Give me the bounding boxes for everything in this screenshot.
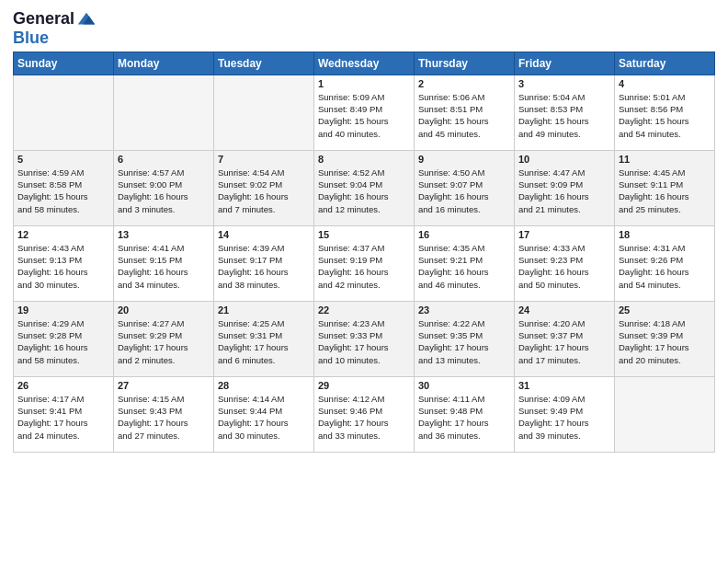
day-number: 23 <box>418 304 510 316</box>
calendar-cell: 16Sunrise: 4:35 AM Sunset: 9:21 PM Dayli… <box>415 225 515 301</box>
logo-text-line1: General <box>13 10 74 29</box>
day-info: Sunrise: 4:52 AM Sunset: 9:04 PM Dayligh… <box>318 167 410 215</box>
calendar-cell: 3Sunrise: 5:04 AM Sunset: 8:53 PM Daylig… <box>515 75 615 150</box>
header: General Blue <box>13 9 715 48</box>
calendar-cell: 21Sunrise: 4:25 AM Sunset: 9:31 PM Dayli… <box>214 301 314 376</box>
calendar-cell: 13Sunrise: 4:41 AM Sunset: 9:15 PM Dayli… <box>114 225 214 301</box>
header-row: SundayMondayTuesdayWednesdayThursdayFrid… <box>14 52 715 75</box>
day-info: Sunrise: 4:43 AM Sunset: 9:13 PM Dayligh… <box>17 242 109 291</box>
day-info: Sunrise: 4:14 AM Sunset: 9:44 PM Dayligh… <box>218 393 310 442</box>
day-number: 26 <box>17 380 109 391</box>
week-row-4: 19Sunrise: 4:29 AM Sunset: 9:28 PM Dayli… <box>14 301 715 376</box>
header-day-monday: Monday <box>114 52 214 75</box>
calendar-cell: 4Sunrise: 5:01 AM Sunset: 8:56 PM Daylig… <box>615 75 715 150</box>
day-number: 2 <box>418 78 510 89</box>
day-number: 3 <box>518 78 610 89</box>
calendar-cell: 9Sunrise: 4:50 AM Sunset: 9:07 PM Daylig… <box>415 150 515 225</box>
header-day-thursday: Thursday <box>415 52 515 75</box>
calendar-cell: 15Sunrise: 4:37 AM Sunset: 9:19 PM Dayli… <box>314 225 415 301</box>
calendar-table: SundayMondayTuesdayWednesdayThursdayFrid… <box>13 52 715 453</box>
day-info: Sunrise: 4:45 AM Sunset: 9:11 PM Dayligh… <box>619 167 711 215</box>
day-number: 10 <box>518 154 610 165</box>
day-info: Sunrise: 4:47 AM Sunset: 9:09 PM Dayligh… <box>518 167 610 215</box>
day-info: Sunrise: 4:23 AM Sunset: 9:33 PM Dayligh… <box>318 317 410 366</box>
day-info: Sunrise: 4:12 AM Sunset: 9:46 PM Dayligh… <box>318 393 410 442</box>
calendar-cell: 2Sunrise: 5:06 AM Sunset: 8:51 PM Daylig… <box>415 75 515 150</box>
calendar-cell: 24Sunrise: 4:20 AM Sunset: 9:37 PM Dayli… <box>515 301 615 376</box>
day-number: 27 <box>118 380 210 391</box>
day-number: 7 <box>218 154 310 165</box>
day-info: Sunrise: 4:11 AM Sunset: 9:48 PM Dayligh… <box>418 393 510 442</box>
calendar-cell: 11Sunrise: 4:45 AM Sunset: 9:11 PM Dayli… <box>615 150 715 225</box>
day-number: 24 <box>518 304 610 316</box>
header-day-tuesday: Tuesday <box>214 52 314 75</box>
header-day-friday: Friday <box>515 52 615 75</box>
week-row-2: 5Sunrise: 4:59 AM Sunset: 8:58 PM Daylig… <box>14 150 715 225</box>
calendar-cell: 19Sunrise: 4:29 AM Sunset: 9:28 PM Dayli… <box>14 301 114 376</box>
calendar-cell <box>615 376 715 452</box>
calendar-cell: 1Sunrise: 5:09 AM Sunset: 8:49 PM Daylig… <box>314 75 415 150</box>
calendar-cell: 10Sunrise: 4:47 AM Sunset: 9:09 PM Dayli… <box>515 150 615 225</box>
calendar-cell: 22Sunrise: 4:23 AM Sunset: 9:33 PM Dayli… <box>314 301 415 376</box>
day-info: Sunrise: 4:09 AM Sunset: 9:49 PM Dayligh… <box>518 393 610 442</box>
calendar-cell: 18Sunrise: 4:31 AM Sunset: 9:26 PM Dayli… <box>615 225 715 301</box>
day-number: 22 <box>318 304 410 316</box>
day-info: Sunrise: 5:06 AM Sunset: 8:51 PM Dayligh… <box>418 91 510 140</box>
calendar-cell: 5Sunrise: 4:59 AM Sunset: 8:58 PM Daylig… <box>14 150 114 225</box>
day-number: 30 <box>418 380 510 391</box>
logo: General Blue <box>13 9 97 48</box>
calendar-cell: 27Sunrise: 4:15 AM Sunset: 9:43 PM Dayli… <box>114 376 214 452</box>
day-number: 20 <box>118 304 210 316</box>
day-number: 6 <box>118 154 210 165</box>
day-number: 1 <box>318 78 410 89</box>
day-info: Sunrise: 4:25 AM Sunset: 9:31 PM Dayligh… <box>218 317 310 366</box>
day-number: 16 <box>418 229 510 240</box>
day-number: 25 <box>619 304 711 316</box>
day-info: Sunrise: 4:35 AM Sunset: 9:21 PM Dayligh… <box>418 242 510 291</box>
logo-icon <box>76 9 97 29</box>
calendar-cell: 29Sunrise: 4:12 AM Sunset: 9:46 PM Dayli… <box>314 376 415 452</box>
day-number: 5 <box>17 154 109 165</box>
calendar-cell: 7Sunrise: 4:54 AM Sunset: 9:02 PM Daylig… <box>214 150 314 225</box>
week-row-5: 26Sunrise: 4:17 AM Sunset: 9:41 PM Dayli… <box>14 376 715 452</box>
week-row-1: 1Sunrise: 5:09 AM Sunset: 8:49 PM Daylig… <box>14 75 715 150</box>
day-number: 14 <box>218 229 310 240</box>
day-info: Sunrise: 4:50 AM Sunset: 9:07 PM Dayligh… <box>418 167 510 215</box>
day-info: Sunrise: 5:01 AM Sunset: 8:56 PM Dayligh… <box>619 91 711 140</box>
day-number: 29 <box>318 380 410 391</box>
day-info: Sunrise: 4:27 AM Sunset: 9:29 PM Dayligh… <box>118 317 210 366</box>
day-number: 18 <box>619 229 711 240</box>
day-info: Sunrise: 4:22 AM Sunset: 9:35 PM Dayligh… <box>418 317 510 366</box>
day-number: 9 <box>418 154 510 165</box>
calendar-cell <box>14 75 114 150</box>
day-number: 17 <box>518 229 610 240</box>
day-info: Sunrise: 4:37 AM Sunset: 9:19 PM Dayligh… <box>318 242 410 291</box>
day-info: Sunrise: 4:41 AM Sunset: 9:15 PM Dayligh… <box>118 242 210 291</box>
day-number: 21 <box>218 304 310 316</box>
day-number: 31 <box>518 380 610 391</box>
day-number: 8 <box>318 154 410 165</box>
calendar-cell: 30Sunrise: 4:11 AM Sunset: 9:48 PM Dayli… <box>415 376 515 452</box>
day-info: Sunrise: 4:17 AM Sunset: 9:41 PM Dayligh… <box>17 393 109 442</box>
page-container: General Blue SundayMondayTuesdayWednesda… <box>0 0 728 458</box>
calendar-cell: 8Sunrise: 4:52 AM Sunset: 9:04 PM Daylig… <box>314 150 415 225</box>
header-day-wednesday: Wednesday <box>314 52 415 75</box>
day-info: Sunrise: 4:15 AM Sunset: 9:43 PM Dayligh… <box>118 393 210 442</box>
day-info: Sunrise: 4:39 AM Sunset: 9:17 PM Dayligh… <box>218 242 310 291</box>
day-info: Sunrise: 5:04 AM Sunset: 8:53 PM Dayligh… <box>518 91 610 140</box>
day-info: Sunrise: 4:31 AM Sunset: 9:26 PM Dayligh… <box>619 242 711 291</box>
calendar-cell: 25Sunrise: 4:18 AM Sunset: 9:39 PM Dayli… <box>615 301 715 376</box>
calendar-cell: 17Sunrise: 4:33 AM Sunset: 9:23 PM Dayli… <box>515 225 615 301</box>
calendar-cell: 23Sunrise: 4:22 AM Sunset: 9:35 PM Dayli… <box>415 301 515 376</box>
day-number: 19 <box>17 304 109 316</box>
day-info: Sunrise: 4:18 AM Sunset: 9:39 PM Dayligh… <box>619 317 711 366</box>
calendar-cell: 28Sunrise: 4:14 AM Sunset: 9:44 PM Dayli… <box>214 376 314 452</box>
day-info: Sunrise: 4:29 AM Sunset: 9:28 PM Dayligh… <box>17 317 109 366</box>
header-day-saturday: Saturday <box>615 52 715 75</box>
day-number: 13 <box>118 229 210 240</box>
day-info: Sunrise: 4:20 AM Sunset: 9:37 PM Dayligh… <box>518 317 610 366</box>
day-info: Sunrise: 5:09 AM Sunset: 8:49 PM Dayligh… <box>318 91 410 140</box>
calendar-cell <box>214 75 314 150</box>
week-row-3: 12Sunrise: 4:43 AM Sunset: 9:13 PM Dayli… <box>14 225 715 301</box>
calendar-cell: 26Sunrise: 4:17 AM Sunset: 9:41 PM Dayli… <box>14 376 114 452</box>
